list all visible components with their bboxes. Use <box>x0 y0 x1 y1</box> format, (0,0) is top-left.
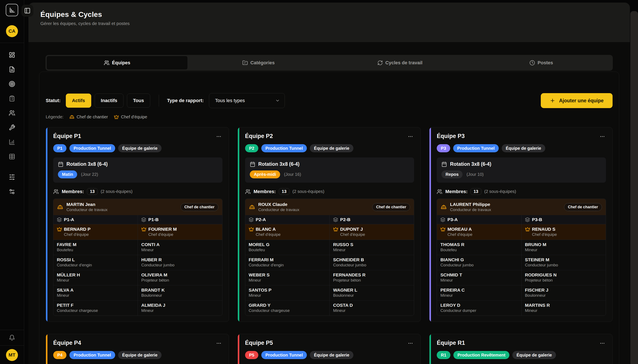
leader-row: MOREAU AChef d'équipe <box>437 224 521 240</box>
member-row: SCHMID TMineur <box>437 270 521 286</box>
team-badges: P4Production TunnelÉquipe de galerie <box>53 351 222 359</box>
wrench-icon[interactable] <box>8 123 16 132</box>
members-label: Membres: <box>254 189 276 194</box>
member-row: SILVA AMineur <box>54 286 138 300</box>
clipboard-list-icon[interactable] <box>8 94 16 103</box>
member-row: SCHNEIDER BConducteur jumbo <box>330 255 414 270</box>
member-row: MOREL GBoutefeu <box>245 240 330 255</box>
rotation-header: Rotation 3x8 (6-4) <box>442 161 601 167</box>
status-filter-actifs[interactable]: Actifs <box>66 94 91 108</box>
avatar-ca[interactable]: CA <box>6 25 18 37</box>
member-row: COSTA DMineur <box>330 300 414 316</box>
bell-icon[interactable] <box>8 334 16 342</box>
team-name: Équipe P5 <box>245 340 273 346</box>
app-logo[interactable] <box>6 4 18 16</box>
sidebar-divider <box>0 43 24 43</box>
member-name: GIRARD Y <box>249 302 326 308</box>
layers-icon <box>249 217 254 222</box>
member-role: Mineur <box>333 247 410 252</box>
tab-equipes[interactable]: Équipes <box>46 56 188 70</box>
leader-name: MOREAU A <box>448 226 472 232</box>
refresh-icon <box>377 60 383 66</box>
member-role: Boulonneur <box>141 293 218 298</box>
dashboard-icon[interactable] <box>8 51 16 59</box>
sidebar-toggle-button[interactable] <box>21 5 33 17</box>
status-filter-tous[interactable]: Tous <box>127 94 150 108</box>
member-role: Conducteur d'engin <box>57 262 134 268</box>
team-accent-bar <box>238 127 239 322</box>
rotation-label: Rotation 3x8 (6-4) <box>450 161 491 167</box>
member-row: WEBER SMineur <box>245 270 330 286</box>
member-name: THOMAS R <box>440 242 518 247</box>
subteam-columns: P2-ABLANC AChef d'équipeMOREL GBoutefeuF… <box>245 215 414 316</box>
avatar-mt[interactable]: MT <box>6 349 18 361</box>
teams-panel: Statut: Actifs Inactifs Tous Type de rap… <box>39 72 619 364</box>
report-type-select[interactable]: Tous les types <box>209 93 285 108</box>
supervisor-role: Conducteur de travaux <box>258 207 299 212</box>
member-role: Projeteur béton <box>333 278 410 283</box>
member-name: STEINER M <box>525 257 602 262</box>
subteam-column: P3-AMOREAU AChef d'équipeTHOMAS RBoutefe… <box>437 215 521 316</box>
member-name: SCHNEIDER B <box>333 257 410 262</box>
member-role: Conducteur jumbo <box>440 262 518 268</box>
leader-name-row: FOURNIER M <box>141 226 218 232</box>
team-menu-button[interactable] <box>599 340 606 348</box>
member-row: CONTI AMineur <box>138 240 222 255</box>
shift-badge: Matin <box>58 170 77 178</box>
tab-cycles-de-travail[interactable]: Cycles de travail <box>329 56 471 70</box>
rotation-day-label: (Jour 22) <box>81 172 98 177</box>
team-type-badge: Production Tunnel <box>70 144 115 152</box>
member-role: Boulonneur <box>333 293 410 298</box>
member-name: BIANCHI G <box>440 257 518 262</box>
team-type-badge: Production Tunnel <box>261 144 307 152</box>
subteam-header: P1-B <box>138 215 222 224</box>
subteam-columns: P3-AMOREAU AChef d'équipeTHOMAS RBoutefe… <box>437 215 606 316</box>
table-icon[interactable] <box>8 152 16 161</box>
crown-icon <box>440 227 446 232</box>
document-icon[interactable] <box>8 65 16 74</box>
member-name: OLIVEIRA M <box>141 272 218 278</box>
team-menu-button[interactable] <box>215 133 222 141</box>
member-role: Projeteur béton <box>525 278 602 283</box>
users-icon[interactable] <box>8 109 16 117</box>
team-badges: P5Production TunnelÉquipe de galerie <box>245 351 414 359</box>
team-name: Équipe P3 <box>437 133 465 140</box>
member-row: OLIVEIRA MProjeteur béton <box>138 270 222 286</box>
target-icon[interactable] <box>8 80 16 88</box>
supervisor-row: MARTIN JeanConducteur de travauxChef de … <box>54 199 222 215</box>
tab-postes[interactable]: Postes <box>470 56 612 70</box>
member-row: FAVRE MBoutefeu <box>54 240 138 255</box>
member-role: Mineur <box>333 308 410 313</box>
legend-label: Légende: <box>46 114 64 120</box>
panel-left-icon <box>24 8 30 14</box>
member-name: SCHMID T <box>440 272 518 278</box>
sidebar-footer: MT <box>0 330 24 364</box>
member-row: GIRARD YConducteur chargeuse <box>245 300 330 316</box>
rotation-shift-row: Matin(Jour 22) <box>58 170 218 178</box>
tab-categories[interactable]: Catégories <box>188 56 329 70</box>
sliders-icon[interactable] <box>8 173 16 181</box>
member-role: Conducteur jumbo <box>141 262 218 268</box>
team-card: Équipe P3P3Production TunnelÉquipe de ga… <box>429 127 612 322</box>
page-header: Équipes & Cycles Gérer les équipes, cycl… <box>28 2 630 42</box>
scrollbar[interactable] <box>630 11 638 364</box>
page-title: Équipes & Cycles <box>40 10 630 19</box>
team-menu-button[interactable] <box>407 340 414 348</box>
member-name: RODRIGUES N <box>525 272 602 278</box>
member-role: Mineur <box>57 278 134 283</box>
status-label: Statut: <box>46 98 61 104</box>
leader-name: RENAUD S <box>532 226 556 232</box>
team-menu-button[interactable] <box>407 133 414 141</box>
settings-knobs-icon[interactable] <box>8 187 16 196</box>
member-role: Mineur <box>141 308 218 313</box>
add-team-button[interactable]: Ajouter une équipe <box>541 93 612 108</box>
team-category-badge: Équipe de galerie <box>512 351 556 359</box>
leader-row: BERNARD PChef d'équipe <box>54 224 138 240</box>
member-row: MÜLLER HMineur <box>54 270 138 286</box>
bar-chart-icon[interactable] <box>8 138 16 146</box>
status-filter-inactifs[interactable]: Inactifs <box>95 94 124 108</box>
team-menu-button[interactable] <box>215 340 222 348</box>
team-menu-button[interactable] <box>599 133 606 141</box>
calendar-icon <box>442 162 447 167</box>
team-accent-bar <box>430 334 431 364</box>
